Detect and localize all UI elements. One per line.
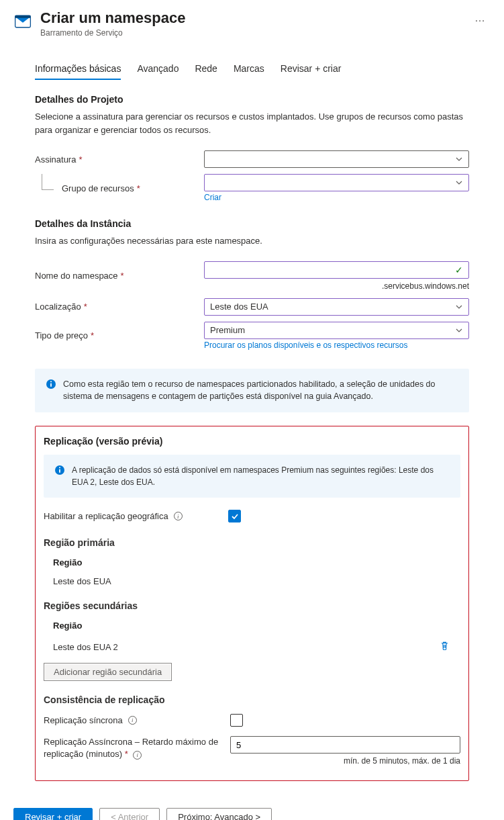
async-replication-help: mín. de 5 minutos, máx. de 1 dia	[230, 756, 460, 766]
tabs: Informações básicas Avançado Rede Marcas…	[35, 59, 469, 79]
async-replication-label: Replicação Assíncrona – Retardo máximo d…	[44, 736, 230, 760]
instance-details-desc: Insira as configurações necessárias para…	[35, 234, 469, 248]
review-create-button[interactable]: Revisar + criar	[13, 808, 93, 820]
location-label: Localização*	[35, 302, 204, 312]
pricing-tier-dropdown[interactable]: Premium	[204, 322, 469, 339]
partitioned-info: Como esta região tem o recurso de namesp…	[35, 369, 469, 413]
tab-review[interactable]: Revisar + criar	[281, 59, 342, 79]
chevron-down-icon	[455, 303, 463, 311]
subscription-dropdown[interactable]	[204, 150, 469, 168]
primary-region-col: Região	[44, 553, 460, 572]
info-icon	[46, 379, 56, 390]
tab-tags[interactable]: Marcas	[234, 59, 264, 79]
sync-replication-checkbox[interactable]	[230, 714, 243, 727]
next-button[interactable]: Próximo: Avançado >	[166, 808, 272, 820]
project-details-heading: Detalhes do Projeto	[35, 94, 469, 105]
create-new-rg-link[interactable]: Criar	[204, 193, 469, 202]
chevron-down-icon	[455, 179, 463, 187]
project-details-desc: Selecione a assinatura para gerenciar os…	[35, 110, 469, 136]
tab-basics[interactable]: Informações básicas	[35, 59, 121, 79]
tab-network[interactable]: Rede	[195, 59, 217, 79]
svg-rect-7	[59, 469, 60, 473]
instance-details-heading: Detalhes da Instância	[35, 218, 469, 229]
enable-geo-replication-label: Habilitar a replicação geográfica i	[44, 511, 228, 521]
page-header: Criar um namespace Barramento de Serviço…	[0, 0, 504, 43]
check-ok-icon: ✓	[455, 265, 463, 275]
pricing-tier-label: Tipo de preço*	[35, 330, 204, 340]
wizard-footer: Revisar + criar < Anterior Próximo: Avan…	[0, 801, 504, 820]
location-dropdown[interactable]: Leste dos EUA	[204, 298, 469, 316]
info-bubble-icon[interactable]: i	[133, 751, 142, 760]
sync-replication-label: Replicação síncrona i	[44, 715, 230, 725]
primary-region-heading: Região primária	[44, 537, 460, 548]
svg-point-5	[50, 381, 52, 382]
resource-group-label: Grupo de recursos*	[35, 183, 204, 193]
add-secondary-region-button[interactable]: Adicionar região secundária	[44, 663, 172, 681]
service-bus-icon	[13, 12, 32, 31]
secondary-regions-heading: Regiões secundárias	[44, 600, 460, 611]
replication-heading: Replicação (versão prévia)	[44, 436, 460, 447]
namespace-name-input[interactable]: ✓	[204, 261, 469, 279]
async-replication-lag-input[interactable]	[230, 736, 460, 754]
chevron-down-icon	[455, 155, 463, 163]
page-title: Criar um namespace	[40, 9, 461, 27]
svg-rect-2	[15, 15, 31, 18]
chevron-down-icon	[455, 326, 463, 334]
enable-geo-replication-checkbox[interactable]	[228, 510, 241, 522]
info-icon	[54, 465, 65, 475]
svg-point-8	[59, 467, 60, 468]
secondary-region-row: Leste dos EUA 2	[44, 635, 460, 659]
delete-region-button[interactable]	[438, 639, 451, 654]
tab-advanced[interactable]: Avançado	[137, 59, 179, 79]
namespace-name-label: Nome do namespace*	[35, 271, 204, 281]
replication-info: A replicação de dados só está disponível…	[44, 455, 460, 498]
replication-section: Replicação (versão prévia) A replicação …	[35, 426, 469, 781]
previous-button[interactable]: < Anterior	[99, 808, 160, 820]
info-bubble-icon[interactable]: i	[128, 716, 137, 725]
secondary-region-col: Região	[44, 617, 460, 635]
more-menu-button[interactable]: …	[469, 9, 491, 27]
resource-group-dropdown[interactable]	[204, 174, 469, 191]
namespace-suffix: .servicebus.windows.net	[204, 281, 469, 291]
primary-region-row: Leste dos EUA	[44, 572, 460, 591]
pricing-plans-link[interactable]: Procurar os planos disponíveis e os resp…	[204, 340, 469, 350]
replication-consistency-heading: Consistência de replicação	[44, 694, 460, 705]
subscription-label: Assinatura*	[35, 154, 204, 165]
svg-rect-4	[50, 383, 52, 387]
page-subtitle: Barramento de Serviço	[40, 28, 461, 38]
info-bubble-icon[interactable]: i	[174, 512, 183, 520]
